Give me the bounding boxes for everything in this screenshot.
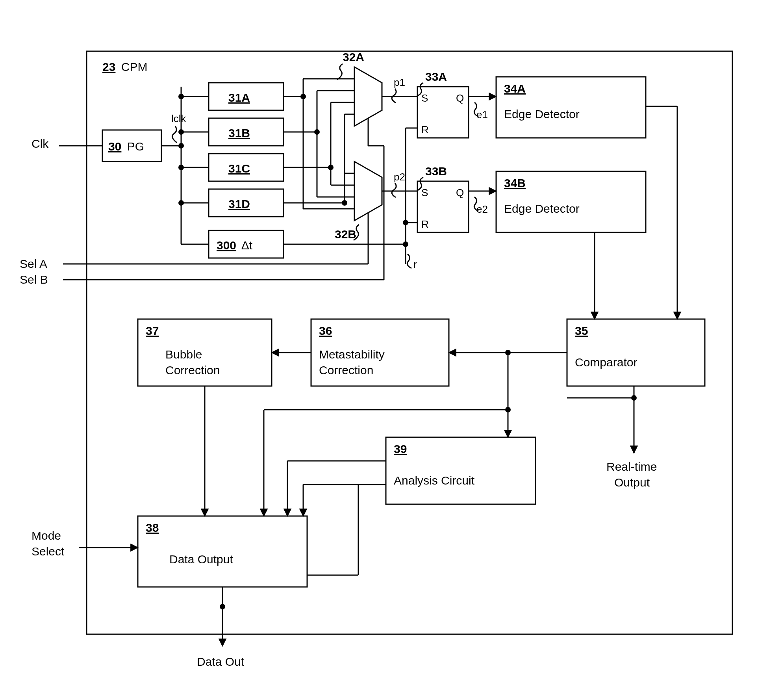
- ref-32B: 32B: [335, 228, 356, 241]
- label-mode-1: Mode: [32, 529, 61, 542]
- latB-R: R: [421, 218, 429, 230]
- label-clk: Clk: [32, 137, 49, 150]
- ref-34B: 34B: [504, 176, 526, 189]
- ref-35: 35: [575, 324, 588, 337]
- label-e2: e2: [476, 203, 488, 215]
- latB-Q: Q: [456, 187, 464, 199]
- label-36a: Metastability: [319, 348, 385, 361]
- block-analysis: [386, 437, 536, 504]
- label-r: r: [413, 258, 417, 270]
- cpm-block-diagram: 23 CPM Clk Sel A Sel B Mode Select 30 PG…: [0, 0, 782, 700]
- latB-S: S: [421, 187, 428, 199]
- ref-31D: 31D: [228, 197, 250, 210]
- latA-Q: Q: [456, 92, 464, 104]
- ref-38: 38: [146, 521, 159, 534]
- label-36b: Correction: [319, 364, 373, 377]
- label-34A: Edge Detector: [504, 108, 580, 121]
- label-lclk: lclk: [171, 113, 187, 124]
- label-39: Analysis Circuit: [394, 474, 475, 487]
- label-37a: Bubble: [165, 348, 202, 361]
- label-selB: Sel B: [20, 273, 48, 286]
- svg-point-56: [220, 604, 225, 609]
- cpm-ref: 23 CPM: [102, 60, 147, 73]
- ref-37: 37: [146, 324, 159, 337]
- label-35: Comparator: [575, 356, 637, 369]
- label-rt-2: Output: [614, 476, 650, 489]
- label-data-out: Data Out: [197, 655, 245, 668]
- ref-36: 36: [319, 324, 332, 337]
- label-e1: e1: [476, 109, 488, 121]
- ref-32A: 32A: [343, 50, 364, 63]
- ref-33A: 33A: [425, 70, 447, 83]
- label-34B: Edge Detector: [504, 202, 580, 215]
- block-data-output: [138, 516, 307, 587]
- ref-33B: 33B: [425, 165, 447, 178]
- latA-R: R: [421, 124, 429, 136]
- block-dt-text: 300 Δt: [217, 239, 253, 252]
- label-37b: Correction: [165, 364, 220, 377]
- ref-39: 39: [394, 442, 407, 455]
- latA-S: S: [421, 92, 428, 104]
- ref-34A: 34A: [504, 82, 526, 95]
- label-mode-2: Select: [32, 545, 65, 558]
- label-38: Data Output: [169, 553, 233, 566]
- label-p2: p2: [394, 171, 405, 183]
- ref-31C: 31C: [228, 162, 250, 175]
- label-p1: p1: [394, 76, 405, 88]
- ref-31B: 31B: [228, 126, 250, 139]
- ref-31A: 31A: [228, 91, 250, 104]
- label-selA: Sel A: [20, 257, 47, 270]
- label-rt-1: Real-time: [606, 460, 657, 473]
